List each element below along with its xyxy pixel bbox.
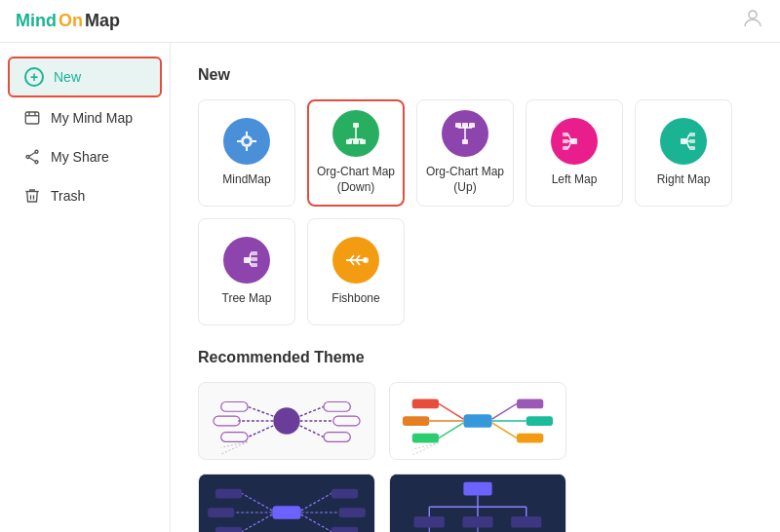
sidebar-item-mymindmap-label: My Mind Map [51,110,133,126]
svg-point-11 [244,138,250,144]
sidebar-item-new[interactable]: + New [8,57,162,97]
svg-rect-45 [251,257,257,261]
svg-rect-98 [339,508,366,517]
chart-card-mindmap[interactable]: MindMap [198,99,295,207]
svg-rect-39 [689,146,695,150]
svg-rect-60 [221,402,248,412]
theme-card-4[interactable] [389,474,566,532]
svg-line-9 [29,158,35,162]
theme-card-1[interactable] [198,382,375,460]
svg-line-74 [439,423,463,438]
svg-rect-83 [517,434,543,443]
svg-rect-87 [272,506,300,519]
chart-card-rightmap[interactable]: Right Map [635,99,732,207]
svg-rect-86 [200,475,372,532]
chart-grid: MindMap Org-Chart Map(Down) [198,99,753,325]
svg-rect-67 [333,416,360,426]
orgup-label: Org-Chart Map (Up) [417,165,513,195]
leftmap-icon [551,118,598,165]
svg-line-84 [412,442,439,449]
svg-rect-23 [462,139,468,144]
sidebar-item-trash-label: Trash [51,188,85,204]
svg-line-40 [686,134,689,141]
svg-line-33 [568,134,571,141]
svg-rect-66 [324,402,350,412]
rightmap-icon [660,118,707,165]
svg-line-57 [248,406,273,416]
svg-line-65 [300,426,324,437]
svg-point-7 [35,161,38,164]
user-icon[interactable] [741,7,764,35]
orgup-icon [442,110,488,157]
svg-rect-93 [215,527,242,532]
sidebar-item-mymindmap[interactable]: My Mind Map [8,99,162,136]
svg-rect-110 [462,516,492,528]
svg-line-63 [300,406,324,416]
logo-mind: Mind [16,11,57,31]
treemap-icon [223,237,270,284]
svg-point-5 [35,150,38,153]
svg-line-69 [221,441,248,447]
svg-line-8 [29,153,35,157]
content-area: New MindMap [171,43,780,532]
theme-card-3[interactable] [198,474,375,532]
theme-grid [198,382,753,532]
svg-rect-29 [571,138,577,144]
svg-rect-61 [214,416,240,426]
svg-point-56 [273,407,299,434]
logo-on: On [58,11,83,31]
chart-card-orgdown[interactable]: Org-Chart Map(Down) [307,99,405,207]
header: MindOnMap [0,0,780,43]
svg-point-0 [749,11,757,19]
recommended-section-title: Recommended Theme [198,349,753,366]
rightmap-label: Right Map [657,172,711,188]
svg-rect-71 [463,414,491,428]
sidebar-item-myshare-label: My Share [51,149,109,165]
svg-line-35 [568,141,571,148]
svg-line-42 [686,141,689,148]
sidebar-item-new-label: New [54,69,81,85]
svg-rect-1 [25,112,39,124]
svg-point-6 [26,156,29,159]
main-layout: + New My Mind Map [0,43,780,532]
logo: MindOnMap [16,11,120,31]
svg-rect-36 [681,138,686,144]
svg-rect-43 [244,257,250,263]
sidebar-item-myshare[interactable]: My Share [8,138,162,175]
svg-rect-68 [324,433,350,442]
fishbone-icon [332,237,379,284]
svg-rect-75 [412,399,439,409]
svg-rect-62 [221,433,248,442]
svg-rect-111 [511,516,541,528]
svg-point-55 [363,257,369,263]
share-icon [23,148,41,166]
fishbone-label: Fishbone [332,291,379,307]
svg-line-85 [412,442,439,455]
orgdown-label: Org-Chart Map(Down) [317,165,395,195]
svg-rect-92 [208,508,234,517]
chart-card-orgup[interactable]: Org-Chart Map (Up) [416,99,514,207]
chart-card-fishbone[interactable]: Fishbone [307,218,405,325]
sidebar-item-trash[interactable]: Trash [8,177,162,214]
chart-card-treemap[interactable]: Tree Map [198,218,295,325]
svg-rect-76 [403,416,429,426]
svg-rect-99 [332,527,358,532]
svg-rect-91 [215,489,242,499]
logo-map: Map [85,11,120,31]
svg-rect-44 [251,251,257,255]
new-section-title: New [198,66,753,84]
mindmap-label: MindMap [222,172,270,188]
svg-line-48 [250,259,251,260]
leftmap-label: Left Map [552,172,598,188]
svg-rect-81 [517,399,543,409]
svg-rect-38 [689,139,695,143]
mindmap-icon [223,118,270,165]
theme-card-2[interactable] [389,382,566,460]
svg-line-59 [248,426,273,437]
svg-line-78 [492,403,517,419]
svg-rect-97 [332,489,358,499]
chart-card-leftmap[interactable]: Left Map [526,99,623,207]
treemap-label: Tree Map [222,291,272,307]
svg-rect-109 [414,516,445,528]
svg-line-72 [439,403,463,419]
